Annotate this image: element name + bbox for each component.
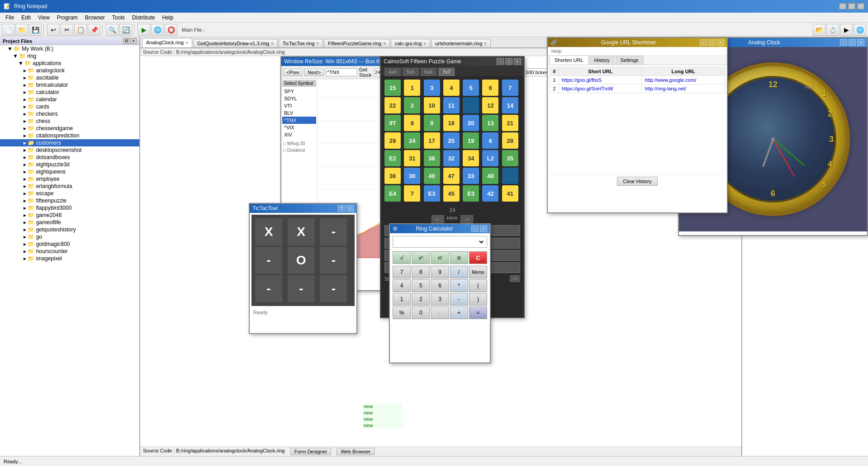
browse-button[interactable]: 🌐	[151, 24, 164, 36]
clock-maximize[interactable]: □	[849, 39, 856, 46]
puzzle-cell-31[interactable]: 31	[404, 150, 420, 166]
tree-ring[interactable]: ▼📁 ring	[0, 52, 139, 60]
undo-button[interactable]: ↩	[47, 24, 60, 36]
calc-titlebar[interactable]: ⚙ Ring Calculator − ×	[390, 224, 490, 233]
tree-employee[interactable]: ▸ 📁 employee	[0, 175, 139, 183]
url-minimize[interactable]: −	[700, 39, 707, 46]
puzzle-cell-21[interactable]: 21	[502, 115, 518, 131]
tab-tictactoe[interactable]: TicTacToe.ring ×	[279, 39, 323, 47]
ring-btn[interactable]: 💍	[826, 24, 839, 36]
open-button[interactable]: 📁	[15, 24, 28, 36]
puzzle-cell-20[interactable]: 20	[463, 115, 479, 131]
tree-hourscounter[interactable]: ▸ 📁 hourscounter	[0, 248, 139, 255]
puzzle-cell-l2[interactable]: L2	[482, 150, 498, 166]
puzzle-cell-10[interactable]: 10	[424, 97, 440, 113]
save-button[interactable]: 💾	[29, 24, 42, 36]
puzzle-cell-29[interactable]: 29	[384, 132, 401, 149]
calc-pi-btn[interactable]: π	[450, 251, 468, 264]
puzzle-cell-5[interactable]: 5	[463, 80, 479, 96]
puzzle-cell-12[interactable]: 12	[482, 97, 498, 113]
web-browser-btn[interactable]: Web Browser	[337, 448, 375, 455]
folder-icon-btn[interactable]: 📂	[813, 24, 825, 36]
tree-dotsandboxes[interactable]: ▸ 📁 dotsandboxes	[0, 154, 139, 161]
copy-button[interactable]: 📋	[74, 24, 87, 36]
puzzle-tab-6x6[interactable]: 6x6	[421, 68, 437, 76]
tree-asciitable[interactable]: ▸ 📁 asciitable	[0, 74, 139, 81]
tree-checkers[interactable]: ▸ 📁 checkers	[0, 110, 139, 118]
calc-pct[interactable]: %	[393, 306, 411, 319]
puzzle-cell-41[interactable]: 41	[502, 185, 518, 202]
calc-clear-btn[interactable]: C	[469, 251, 487, 264]
tree-cards[interactable]: ▸ 📁 cards	[0, 103, 139, 110]
calc-sub[interactable]: -	[450, 293, 468, 306]
replace-button[interactable]: 🔄	[119, 24, 132, 36]
puzzle-sleep-right[interactable]: ->	[510, 275, 520, 282]
stop-button[interactable]: ⭕	[165, 24, 177, 36]
calc-4[interactable]: 4	[393, 279, 411, 292]
menu-help[interactable]: Help	[159, 14, 177, 22]
calc-8[interactable]: 8	[412, 266, 430, 278]
tree-customers[interactable]: ▸ 📁 customers	[0, 139, 139, 146]
puzzle-cell-18[interactable]: 18	[443, 115, 460, 131]
tree-calendar[interactable]: ▸ 📁 calendar	[0, 96, 139, 103]
url-clear-btn[interactable]: Clear History	[617, 177, 658, 186]
puzzle-cell-33[interactable]: 33	[463, 168, 479, 184]
puzzle-cell-47[interactable]: 47	[443, 168, 460, 184]
puzzle-cell-13[interactable]: 13	[482, 115, 498, 131]
calc-add[interactable]: +	[450, 306, 468, 319]
ttt-cell-4[interactable]: O	[288, 247, 315, 274]
tree-eightpuzzle3d[interactable]: ▸ 📁 eightpuzzle3d	[0, 161, 139, 168]
ttt-cell-2[interactable]: -	[320, 218, 347, 245]
ttt-cell-7[interactable]: -	[288, 275, 315, 302]
find-button[interactable]: 🔍	[106, 24, 119, 36]
puzzle-cell-24[interactable]: 24	[404, 132, 420, 149]
prev-btn[interactable]: <Prev	[283, 69, 303, 76]
minimize-button[interactable]: −	[839, 3, 846, 9]
panel-pin-btn[interactable]: ⊡	[123, 38, 129, 44]
url-tab-settings[interactable]: Settings	[616, 56, 644, 65]
tab-getquotes-close[interactable]: ×	[271, 41, 274, 46]
calc-sq-btn[interactable]: x²	[412, 251, 430, 264]
calc-sqrt-btn[interactable]: √	[393, 251, 411, 264]
puzzle-cell-1[interactable]: 1	[404, 80, 420, 96]
symbol-vti[interactable]: VTI	[282, 102, 316, 109]
puzzle-cell-2[interactable]: 2	[404, 97, 420, 113]
puzzle-cell-empty1[interactable]	[463, 97, 479, 113]
tree-eightqueens[interactable]: ▸ 📁 eightqueens	[0, 168, 139, 175]
calc-9[interactable]: 9	[431, 266, 449, 278]
puzzle-cell-8[interactable]: 8	[404, 115, 420, 131]
tab-getquotes[interactable]: GetQuotesHistoryDraw-v1.3.ring ×	[193, 39, 278, 47]
calc-fact-btn[interactable]: n!	[431, 251, 449, 264]
menu-distribute[interactable]: Distribute	[128, 14, 159, 22]
menu-view[interactable]: View	[34, 14, 53, 22]
puzzle-left-btn[interactable]: <-	[432, 215, 444, 223]
calc-lparen[interactable]: (	[469, 279, 487, 292]
url-row1-long[interactable]: http://www.google.com/	[642, 76, 725, 85]
tree-mywork[interactable]: ▼📁 My Work (B:)	[0, 45, 139, 52]
symbol-input[interactable]	[326, 68, 357, 76]
redo-button[interactable]: ✂	[61, 24, 73, 36]
ttt-close[interactable]: ×	[346, 205, 354, 212]
ttt-cell-3[interactable]: -	[255, 247, 282, 274]
puzzle-cell-25[interactable]: 25	[443, 132, 460, 149]
tab-tictactoe-close[interactable]: ×	[316, 41, 319, 46]
url-maximize[interactable]: □	[708, 39, 716, 46]
calc-minimize[interactable]: −	[471, 226, 479, 232]
tree-bmicalculator[interactable]: ▸ 📁 bmicalculator	[0, 81, 139, 89]
next-btn[interactable]: Next>	[304, 69, 324, 76]
tree-fifteenpuzzle[interactable]: ▸ 📁 fifteenpuzzle	[0, 197, 139, 204]
puzzle-cell-e4[interactable]: E4	[384, 185, 401, 202]
url-row2-short[interactable]: https://goo.gl/SoHTmW	[559, 85, 642, 93]
symbol-tnx[interactable]: ^TNX	[282, 117, 316, 124]
menu-tools[interactable]: Tools	[109, 14, 128, 22]
calc-3[interactable]: 3	[431, 293, 449, 306]
puzzle-cell-48[interactable]: 48	[482, 168, 498, 184]
puzzle-cell-6[interactable]: 6	[482, 80, 498, 96]
puzzle-cell-4[interactable]: 4	[443, 80, 460, 96]
symbol-sdyl[interactable]: SDYL	[282, 95, 316, 102]
tree-imagepixel[interactable]: ▸ 📁 imagepixel	[0, 255, 139, 262]
puzzle-close[interactable]: ×	[514, 58, 521, 65]
tab-urlshortener[interactable]: urlshortenermain.ring ×	[431, 39, 491, 47]
tree-getquoteshistory[interactable]: ▸ 📁 getquoteshistory	[0, 226, 139, 233]
url-row1-short[interactable]: https://goo.gl/fbsS	[559, 76, 642, 85]
